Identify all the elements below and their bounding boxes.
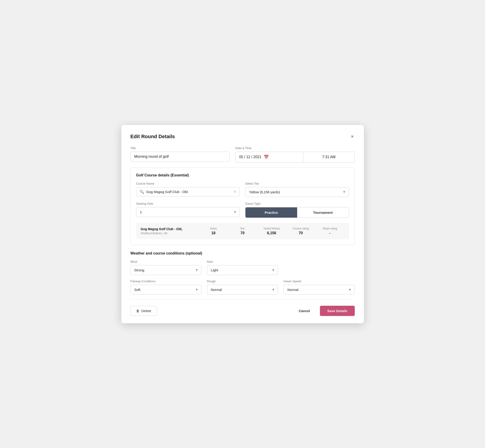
modal-title: Edit Round Details (130, 134, 175, 140)
course-rating-value: 70 (286, 231, 315, 235)
rough-wrapper: Normal Short Long ▼ (207, 285, 278, 295)
holes-label: Holes (199, 227, 228, 230)
wind-wrapper: Strong Calm Light Moderate Very Strong ▼ (130, 265, 202, 275)
course-rating-label: Course rating (286, 227, 315, 230)
footer-right: Cancel Save Details (295, 306, 355, 316)
title-group: Title (130, 146, 230, 162)
practice-button[interactable]: Practice (245, 207, 297, 218)
game-type-label: Game Type (245, 202, 349, 205)
par-label: Par (228, 227, 257, 230)
datetime-label: Date & Time (235, 146, 355, 150)
green-speed-label: Green Speed (283, 280, 355, 283)
golf-section-title: Golf Course details (Essential) (136, 173, 349, 177)
title-label: Title (130, 146, 230, 150)
yards-stat: Yards(Yellow) 6,156 (257, 227, 286, 235)
holes-stat: Holes 18 (199, 227, 228, 235)
par-stat: Par 70 (228, 227, 257, 235)
course-tee-row: Course Name 🔍 ✕ Select Tee Yellow (6,156… (136, 182, 349, 197)
yards-label: Yards(Yellow) (257, 227, 286, 230)
weather-section-title: Weather and course conditions (optional) (130, 251, 355, 256)
search-icon: 🔍 (140, 190, 144, 194)
select-tee-label: Select Tee (245, 182, 349, 185)
starting-hole-dropdown[interactable]: 1 (136, 207, 240, 217)
select-tee-group: Select Tee Yellow (6,156 yards) ▼ (245, 182, 349, 197)
wind-dropdown[interactable]: Strong Calm Light Moderate Very Strong (130, 265, 202, 275)
fairway-wrapper: Soft Normal Hard ▼ (130, 285, 202, 295)
edit-round-modal: Edit Round Details × Title Date & Time 0… (121, 125, 364, 323)
tournament-button[interactable]: Tournament (297, 207, 349, 218)
par-value: 70 (228, 231, 257, 235)
clear-icon[interactable]: ✕ (234, 190, 236, 193)
rough-label: Rough (207, 280, 278, 283)
date-time-inputs: 05 / 12 / 2021 📅 7:31 AM (235, 152, 355, 162)
fairway-dropdown[interactable]: Soft Normal Hard (130, 285, 202, 295)
delete-button[interactable]: 🗑 Delete (130, 306, 157, 316)
wind-group: Wind Strong Calm Light Moderate Very Str… (130, 260, 202, 275)
course-name-group: Course Name 🔍 ✕ (136, 182, 240, 197)
green-speed-dropdown[interactable]: Normal Slow Fast (283, 285, 355, 295)
rain-group: Rain Light None Moderate Heavy ▼ (207, 260, 278, 275)
rain-label: Rain (207, 260, 278, 263)
select-tee-dropdown[interactable]: Yellow (6,156 yards) (245, 187, 349, 197)
footer-divider (130, 299, 355, 299)
yards-value: 6,156 (257, 231, 286, 235)
starting-hole-wrapper: 1 ▼ (136, 207, 240, 217)
weather-section: Weather and course conditions (optional)… (130, 251, 355, 295)
course-name-label: Course Name (136, 182, 240, 185)
title-datetime-row: Title Date & Time 05 / 12 / 2021 📅 7:31 … (130, 146, 355, 162)
course-info-name: Gog Magog Golf Club - Old, (141, 227, 199, 231)
time-input-wrapper[interactable]: 7:31 AM (303, 152, 355, 162)
slope-rating-value: - (315, 231, 345, 235)
green-speed-wrapper: Normal Slow Fast ▼ (283, 285, 355, 295)
golf-course-section: Golf Course details (Essential) Course N… (130, 168, 355, 245)
date-input-wrapper[interactable]: 05 / 12 / 2021 📅 (235, 152, 303, 162)
green-speed-group: Green Speed Normal Slow Fast ▼ (283, 280, 355, 295)
datetime-group: Date & Time 05 / 12 / 2021 📅 7:31 AM (235, 146, 355, 162)
date-value: 05 / 12 / 2021 (239, 155, 261, 159)
starting-hole-group: Starting Hole 1 ▼ (136, 202, 240, 218)
time-value: 7:31 AM (322, 155, 336, 159)
fairway-group: Fairway Conditions Soft Normal Hard ▼ (130, 280, 202, 295)
rain-wrapper: Light None Moderate Heavy ▼ (207, 265, 278, 275)
rough-dropdown[interactable]: Normal Short Long (207, 285, 278, 295)
course-name-input[interactable] (146, 190, 232, 194)
delete-label: Delete (141, 309, 151, 313)
wind-label: Wind (130, 260, 202, 263)
cancel-button[interactable]: Cancel (295, 306, 314, 315)
game-type-group: Game Type Practice Tournament (245, 202, 349, 218)
course-name-wrapper[interactable]: 🔍 ✕ (136, 187, 240, 196)
modal-header: Edit Round Details × (130, 133, 355, 140)
course-info-name-block: Gog Magog Golf Club - Old, Shelford Bott… (141, 227, 199, 235)
footer-row: 🗑 Delete Cancel Save Details (130, 306, 355, 316)
slope-rating-label: Slope rating (315, 227, 345, 230)
hole-gametype-row: Starting Hole 1 ▼ Game Type Practice Tou… (136, 202, 349, 218)
save-button[interactable]: Save Details (320, 306, 355, 316)
fairway-rough-green-row: Fairway Conditions Soft Normal Hard ▼ Ro… (130, 280, 355, 295)
holes-value: 18 (199, 231, 228, 235)
slope-rating-stat: Slope rating - (315, 227, 345, 235)
course-info-box: Gog Magog Golf Club - Old, Shelford Bott… (136, 223, 349, 239)
close-button[interactable]: × (350, 133, 355, 140)
starting-hole-label: Starting Hole (136, 202, 240, 205)
rough-group: Rough Normal Short Long ▼ (207, 280, 278, 295)
select-tee-wrapper: Yellow (6,156 yards) ▼ (245, 187, 349, 197)
calendar-icon: 📅 (264, 155, 269, 160)
rain-dropdown[interactable]: Light None Moderate Heavy (207, 265, 278, 275)
course-info-location: Shelford Bottom, UK (141, 232, 199, 235)
trash-icon: 🗑 (136, 309, 140, 313)
course-rating-stat: Course rating 70 (286, 227, 315, 235)
game-type-toggle: Practice Tournament (245, 207, 349, 218)
wind-rain-row: Wind Strong Calm Light Moderate Very Str… (130, 260, 355, 275)
fairway-label: Fairway Conditions (130, 280, 202, 283)
title-input[interactable] (130, 152, 230, 162)
